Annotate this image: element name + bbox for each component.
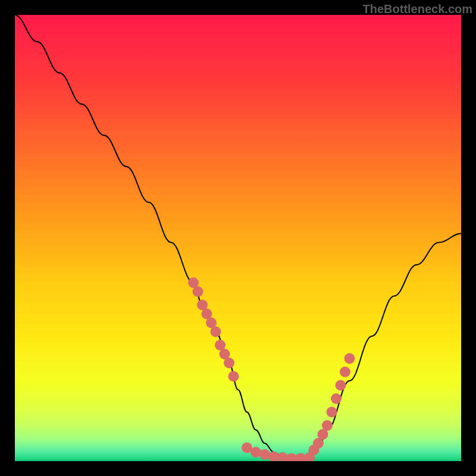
data-marker xyxy=(331,393,342,404)
data-marker xyxy=(345,353,355,364)
data-marker xyxy=(193,286,203,297)
data-marker xyxy=(322,420,333,431)
data-marker xyxy=(336,380,346,391)
chart-plot xyxy=(15,15,461,461)
data-marker xyxy=(259,449,270,460)
watermark-text: TheBottleneck.com xyxy=(363,2,472,16)
gradient-background xyxy=(15,15,461,461)
data-marker xyxy=(250,447,261,458)
data-marker xyxy=(327,407,337,418)
data-marker xyxy=(340,367,350,377)
chart-frame xyxy=(15,15,461,461)
data-marker xyxy=(211,327,221,337)
data-marker xyxy=(224,358,234,368)
data-marker xyxy=(228,371,239,382)
